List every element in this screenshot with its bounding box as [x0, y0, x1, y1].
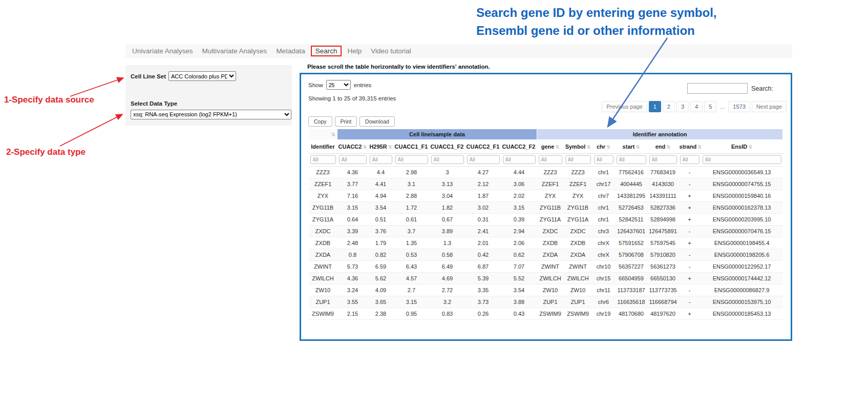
table-row[interactable]: ZXDC3.393.763.73.892.412.94ZXDCZXDCchr31…: [309, 226, 783, 237]
navbar: Univariate AnalysesMultivariate Analyses…: [125, 44, 792, 58]
page-3-button[interactable]: 3: [676, 101, 689, 112]
table-row[interactable]: ZZEF13.774.413.13.132.123.06ZZEF1ZZEF1ch…: [309, 178, 783, 190]
table-row[interactable]: ZW103.244.092.72.723.353.54ZW10ZW10chr11…: [309, 284, 783, 296]
cell-gene: ZYG11B: [537, 202, 564, 214]
table-row[interactable]: ZXDB2.481.791.351.32.012.06ZXDBZXDBchrX5…: [309, 237, 783, 249]
data-type-select[interactable]: xsq: RNA-seq Expression (log2 FPKM+1): [131, 110, 291, 119]
sort-icon[interactable]: ⇅: [331, 132, 335, 137]
copy-button[interactable]: Copy: [308, 116, 332, 127]
cell-cuacc2-f1: 6.87: [465, 261, 501, 273]
column-header-strand[interactable]: strand⇅: [679, 140, 701, 154]
filter-input-end[interactable]: [649, 155, 677, 164]
column-label: strand: [680, 144, 697, 150]
cell-ensid: ENSG00000036549.13: [701, 167, 783, 178]
cell-h295r: 6.59: [368, 261, 394, 273]
sort-icon[interactable]: ⇅: [363, 144, 367, 150]
cell-end: 143391111: [648, 190, 679, 202]
column-header-chr[interactable]: chr⇅: [592, 140, 615, 154]
column-header-symbol[interactable]: Symbol⇅: [564, 140, 592, 154]
cell-chr: chr11: [592, 284, 615, 296]
column-header-identifier[interactable]: Identifier: [309, 140, 337, 154]
previous-page-button[interactable]: Previous page: [602, 101, 647, 112]
nav-item-help[interactable]: Help: [343, 46, 366, 56]
sort-icon[interactable]: ⇅: [606, 144, 610, 150]
table-row[interactable]: ZUP13.553.653.153.23.733.88ZUP1ZUP1chr61…: [309, 296, 783, 308]
cell-start: 77562416: [615, 167, 648, 178]
filter-input-h295r[interactable]: [370, 155, 392, 164]
filter-input-strand[interactable]: [680, 155, 700, 164]
column-header-start[interactable]: start⇅: [615, 140, 648, 154]
column-header-ensid[interactable]: EnsID⇅: [701, 140, 783, 154]
print-button[interactable]: Print: [335, 116, 357, 127]
page-4-button[interactable]: 4: [690, 101, 703, 112]
nav-item-metadata[interactable]: Metadata: [271, 46, 309, 56]
cell-identifier: ZSWIM9: [309, 308, 337, 320]
sort-icon[interactable]: ⇅: [464, 144, 465, 150]
cell-cuacc1-f2: 3.04: [430, 190, 465, 202]
sort-icon[interactable]: ⇅: [388, 144, 392, 150]
sort-icon[interactable]: ⇅: [586, 144, 590, 150]
table-row[interactable]: ZYX7.164.942.883.041.872.02ZYXZYXchr7143…: [309, 190, 783, 202]
column-header-h295r[interactable]: H295R⇅: [368, 140, 394, 154]
nav-item-search[interactable]: Search: [311, 46, 342, 56]
cell-ensid: ENSG00000074755.15: [701, 178, 783, 190]
sort-icon[interactable]: ⇅: [555, 144, 559, 150]
column-header-gene[interactable]: gene⇅: [537, 140, 564, 154]
filter-input-cuacc2-f1[interactable]: [467, 155, 500, 164]
nav-item-univariate-analyses[interactable]: Univariate Analyses: [128, 46, 198, 56]
filter-input-identifier[interactable]: [310, 155, 336, 164]
table-row[interactable]: ZSWIM92.152.380.950.830.260.43ZSWIM9ZSWI…: [309, 308, 783, 320]
sort-icon[interactable]: ⇅: [536, 144, 537, 150]
cell-identifier: ZYG11A: [309, 214, 337, 226]
cell-cuacc1-f2: 0.67: [430, 214, 465, 226]
download-button[interactable]: Download: [359, 116, 395, 127]
sort-icon[interactable]: ⇅: [666, 144, 670, 150]
cell-gene: ZZZ3: [537, 167, 564, 178]
cell-line-set-select[interactable]: ACC Colorado plus PDX: [168, 71, 236, 81]
table-row[interactable]: ZYG11B3.153.541.721.823.023.15ZYG11BZYG1…: [309, 202, 783, 214]
column-header-cuacc1-f1[interactable]: CUACC1_F1⇅: [394, 140, 430, 154]
cell-h295r: 4.4: [368, 167, 394, 178]
table-row[interactable]: ZYG11A0.640.510.610.670.310.39ZYG11AZYG1…: [309, 214, 783, 226]
table-row[interactable]: ZWINT5.736.596.436.496.877.07ZWINTZWINTc…: [309, 261, 783, 273]
cell-cuacc2: 5.73: [337, 261, 368, 273]
column-header-end[interactable]: end⇅: [648, 140, 679, 154]
sort-icon[interactable]: ⇅: [636, 144, 640, 150]
table-row[interactable]: ZZZ34.364.42.9834.274.44ZZZ3ZZZ3chr17756…: [309, 167, 783, 178]
filter-input-chr[interactable]: [594, 155, 613, 164]
filter-input-gene[interactable]: [539, 155, 562, 164]
page-2-button[interactable]: 2: [663, 101, 675, 112]
sort-icon[interactable]: ⇅: [429, 144, 429, 150]
filter-input-ensid[interactable]: [703, 155, 781, 164]
table-search-input[interactable]: [687, 83, 748, 94]
column-header-cuacc2-f2[interactable]: CUACC2_F2⇅: [501, 140, 537, 154]
cell-strand: +: [679, 202, 701, 214]
filter-input-cuacc2[interactable]: [339, 155, 367, 164]
filter-input-cuacc1-f2[interactable]: [431, 155, 464, 164]
sort-icon[interactable]: ⇅: [697, 144, 701, 150]
table-row[interactable]: ZXDA0.80.820.530.580.420.62ZXDAZXDAchrX5…: [309, 249, 783, 261]
identifier-sort-control[interactable]: ⇅: [309, 129, 337, 140]
nav-item-multivariate-analyses[interactable]: Multivariate Analyses: [198, 46, 272, 56]
column-header-cuacc2-f1[interactable]: CUACC2_F1⇅: [465, 140, 501, 154]
sort-icon[interactable]: ⇅: [748, 144, 752, 150]
cell-chr: chr17: [592, 178, 615, 190]
cell-identifier: ZXDC: [309, 226, 337, 237]
page-1-button[interactable]: 1: [649, 101, 661, 112]
filter-input-start[interactable]: [617, 155, 646, 164]
filter-input-cuacc1-f1[interactable]: [395, 155, 428, 164]
filter-input-cuacc2-f2[interactable]: [503, 155, 536, 164]
sort-icon[interactable]: ⇅: [500, 144, 501, 150]
column-header-cuacc2[interactable]: CUACC2⇅: [337, 140, 368, 154]
filter-input-symbol[interactable]: [565, 155, 591, 164]
column-header-cuacc1-f2[interactable]: CUACC1_F2⇅: [430, 140, 465, 154]
cell-cuacc1-f2: 3: [430, 167, 465, 178]
page-1573-button[interactable]: 1573: [728, 101, 750, 112]
cell-strand: -: [679, 226, 701, 237]
table-row[interactable]: ZWILCH4.365.624.574.695.395.52ZWILCHZWIL…: [309, 273, 783, 284]
page-length-select[interactable]: 25: [326, 80, 351, 90]
data-type-label: Select Data Type: [131, 100, 287, 107]
page-5-button[interactable]: 5: [704, 101, 716, 112]
next-page-button[interactable]: Next page: [752, 101, 787, 112]
nav-item-video-tutorial[interactable]: Video tutorial: [366, 46, 416, 56]
